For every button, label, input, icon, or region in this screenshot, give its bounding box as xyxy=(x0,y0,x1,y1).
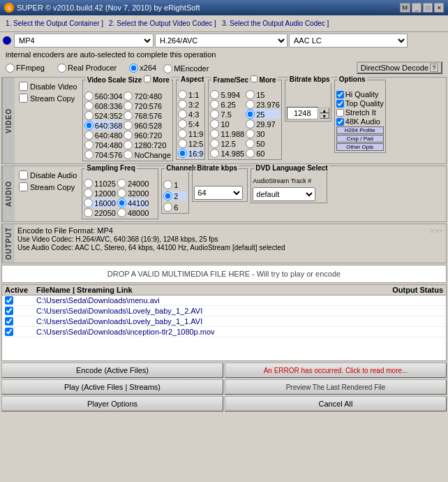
aspect-54-radio[interactable] xyxy=(178,119,187,129)
freq-32000-radio[interactable] xyxy=(117,189,126,198)
container-radio[interactable] xyxy=(3,36,11,45)
fps-23976-item[interactable]: 23.976 xyxy=(246,100,280,109)
drop-zone[interactable]: DROP A VALID MULTIMEDIA FILE HERE - Will… xyxy=(1,265,447,283)
h264profile-button[interactable]: H264 Profile xyxy=(336,126,384,134)
bitrate-up-arrow[interactable]: ▲ xyxy=(320,108,329,113)
video-codec-dropdown[interactable]: H.264/AVC xyxy=(155,34,288,48)
file-checkbox-3[interactable] xyxy=(5,317,13,326)
x264-radio[interactable] xyxy=(129,64,138,73)
x264-radio-item[interactable]: x264 xyxy=(129,64,156,73)
freq-11025-item[interactable]: 11025 xyxy=(84,179,116,188)
scale-704576-radio[interactable] xyxy=(84,150,94,159)
scale-768576-item[interactable]: 768:576 xyxy=(124,111,171,120)
fps-14985-item[interactable]: 14.985 xyxy=(210,149,244,158)
scale-960720-radio[interactable] xyxy=(124,131,133,140)
aspect-43-radio[interactable] xyxy=(178,110,187,119)
scale-720480-radio[interactable] xyxy=(124,92,133,101)
aspect-119-radio[interactable] xyxy=(178,129,187,138)
freq-22050-item[interactable]: 22050 xyxy=(84,208,116,217)
file-checkbox-2[interactable] xyxy=(5,307,13,315)
ch-1-radio[interactable] xyxy=(163,180,172,189)
scale-608-radio[interactable] xyxy=(84,101,94,110)
scale-nochange-item[interactable]: NoChange xyxy=(124,150,171,159)
ch-1-item[interactable]: 1 xyxy=(163,180,187,189)
scale-720576-radio[interactable] xyxy=(124,101,133,110)
fps-10-radio[interactable] xyxy=(210,119,219,129)
video-scale-more-checkbox[interactable] xyxy=(144,75,151,82)
freq-24000-radio[interactable] xyxy=(117,179,126,188)
fps-23976-radio[interactable] xyxy=(246,100,255,109)
scale-608-item[interactable]: 608:336 xyxy=(84,101,123,110)
freq-24000-item[interactable]: 24000 xyxy=(117,179,149,188)
m-button[interactable]: M xyxy=(400,3,411,13)
freq-16000-item[interactable]: 16000 xyxy=(84,198,116,207)
fps-50-item[interactable]: 50 xyxy=(246,139,280,148)
fps-2997-item[interactable]: 29.97 xyxy=(246,119,280,129)
scale-640-item[interactable]: 640:368 xyxy=(84,121,123,130)
file-checkbox-4[interactable] xyxy=(5,328,13,336)
minimize-button[interactable]: _ xyxy=(412,3,421,13)
scale-524-radio[interactable] xyxy=(84,111,94,120)
freq-22050-radio[interactable] xyxy=(84,208,93,217)
croppad-button[interactable]: Crop / Pad xyxy=(336,135,384,143)
freq-48000-item[interactable]: 48000 xyxy=(117,208,149,217)
aspect-169-item[interactable]: 16:9 xyxy=(178,149,203,158)
fps-5994-item[interactable]: 5.994 xyxy=(210,90,244,99)
freq-44100-item[interactable]: 44100 xyxy=(117,198,149,207)
aspect-54-item[interactable]: 5:4 xyxy=(178,119,203,129)
ch-2-item[interactable]: 2 xyxy=(163,191,187,200)
fps-10-item[interactable]: 10 xyxy=(210,119,244,129)
scale-704576-item[interactable]: 704:576 xyxy=(84,150,123,159)
otheropts-button[interactable]: Other Opts xyxy=(336,143,384,151)
fps-125-item[interactable]: 12.5 xyxy=(210,139,244,148)
scale-560-radio[interactable] xyxy=(84,92,94,101)
aspect-125-item[interactable]: 12:5 xyxy=(178,139,203,148)
preview-button[interactable]: Preview The Last Rendered File xyxy=(225,379,447,395)
fps-25-item[interactable]: 25 xyxy=(246,110,280,119)
directshow-decode-button[interactable]: DirectShow Decode ? xyxy=(357,61,442,74)
error-button[interactable]: An ERROR has occurred. Click to read mor… xyxy=(225,363,447,378)
encode-button[interactable]: Encode (Active Files) xyxy=(1,363,223,378)
scale-640480-radio[interactable] xyxy=(84,131,94,140)
fps-2997-radio[interactable] xyxy=(246,119,255,129)
aspect-119-item[interactable]: 11:9 xyxy=(178,129,203,138)
fps-50-radio[interactable] xyxy=(246,139,255,148)
play-button[interactable]: Play (Active Files | Streams) xyxy=(1,379,223,395)
directshow-help-icon[interactable]: ? xyxy=(430,64,438,72)
aspect-32-item[interactable]: 3:2 xyxy=(178,100,203,109)
mencoder-radio-item[interactable]: MEncoder xyxy=(163,64,209,73)
hiquality-checkbox[interactable] xyxy=(336,91,344,98)
fps-30-item[interactable]: 30 xyxy=(246,129,280,138)
scale-720480-item[interactable]: 720:480 xyxy=(124,92,171,101)
scale-720576-item[interactable]: 720:576 xyxy=(124,101,171,110)
aspect-11-item[interactable]: 1:1 xyxy=(178,90,203,99)
fps-625-radio[interactable] xyxy=(210,100,219,109)
fps-15-item[interactable]: 15 xyxy=(246,90,280,99)
scale-640480-item[interactable]: 640:480 xyxy=(84,131,123,140)
dvd-language-select[interactable]: default xyxy=(253,187,315,201)
fps-14985-radio[interactable] xyxy=(210,149,219,158)
fps-60-radio[interactable] xyxy=(246,149,255,158)
48kaudio-checkbox[interactable] xyxy=(336,118,344,126)
fps-30-radio[interactable] xyxy=(246,129,255,138)
stretchit-checkbox[interactable] xyxy=(336,109,344,117)
freq-11025-radio[interactable] xyxy=(84,179,93,188)
ch-2-radio[interactable] xyxy=(163,191,172,200)
scale-960720-item[interactable]: 960:720 xyxy=(124,131,171,140)
scale-704480-item[interactable]: 704:480 xyxy=(84,140,123,149)
close-button[interactable]: ✕ xyxy=(434,3,444,13)
audio-bitrate-select[interactable]: 64 128 192 xyxy=(194,186,243,200)
bitrate-down-arrow[interactable]: ▼ xyxy=(320,113,329,119)
aspect-32-radio[interactable] xyxy=(178,100,187,109)
file-checkbox-1[interactable] xyxy=(5,296,13,305)
stream-copy-checkbox[interactable] xyxy=(19,94,28,103)
freq-48000-radio[interactable] xyxy=(117,208,126,217)
topquality-checkbox[interactable] xyxy=(336,100,344,108)
realproducer-radio-item[interactable]: Real Producer xyxy=(57,64,117,73)
fps-11988-item[interactable]: 11.988 xyxy=(210,129,244,138)
audio-stream-copy-checkbox[interactable] xyxy=(19,182,28,191)
maximize-button[interactable]: □ xyxy=(423,3,433,13)
fps-75-item[interactable]: 7.5 xyxy=(210,110,244,119)
ffmpeg-radio-item[interactable]: FFmpeg xyxy=(6,64,45,73)
fps-125-radio[interactable] xyxy=(210,139,219,148)
